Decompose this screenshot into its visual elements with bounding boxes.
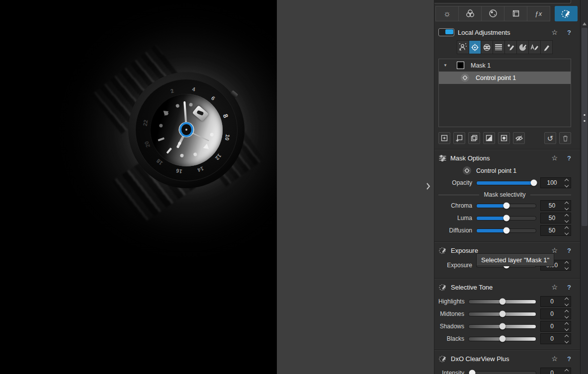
tab-color[interactable] bbox=[458, 6, 482, 21]
opacity-row: Opacity 100 bbox=[438, 177, 571, 189]
tool-control-line-button[interactable] bbox=[481, 40, 493, 54]
section-mask-options: Mask Options ☆ ? Control point 1 Opacity bbox=[434, 149, 580, 241]
slider-thumb[interactable] bbox=[499, 336, 505, 342]
tab-light[interactable]: ☼ bbox=[435, 6, 459, 21]
tool-control-point-button[interactable] bbox=[469, 40, 481, 54]
scroll-up-arrow-icon[interactable] bbox=[583, 22, 587, 25]
section-title: Mask Options bbox=[450, 154, 548, 162]
intensity-value[interactable]: 0 bbox=[540, 368, 571, 374]
favorite-star-icon[interactable]: ☆ bbox=[551, 154, 558, 162]
control-point-widget[interactable] bbox=[179, 123, 193, 137]
slider-thumb[interactable] bbox=[499, 311, 505, 317]
luma-value[interactable]: 50 bbox=[540, 213, 571, 224]
duplicate-mask-button[interactable] bbox=[468, 132, 480, 144]
mask-display-icon bbox=[500, 134, 508, 142]
mask-row-mask1[interactable]: ▼ Mask 1 bbox=[439, 59, 571, 72]
tab-detail[interactable] bbox=[481, 6, 504, 21]
value-stepper[interactable] bbox=[563, 370, 571, 374]
help-icon[interactable]: ? bbox=[567, 247, 571, 254]
slider-thumb[interactable] bbox=[499, 323, 505, 330]
slider-label: Highlights bbox=[438, 298, 464, 305]
midtones-value[interactable]: 0 bbox=[540, 308, 571, 319]
slider-thumb[interactable] bbox=[531, 180, 537, 186]
diffusion-slider[interactable] bbox=[476, 228, 536, 233]
intensity-slider[interactable] bbox=[468, 371, 536, 374]
value-stepper[interactable] bbox=[563, 298, 571, 305]
local-adjustments-toggle[interactable] bbox=[438, 28, 454, 36]
panel-scrollbar[interactable] bbox=[580, 0, 588, 374]
favorite-star-icon[interactable]: ☆ bbox=[551, 283, 558, 291]
detail-circle-icon bbox=[488, 8, 498, 18]
tool-graduated-filter-button[interactable] bbox=[493, 40, 505, 54]
fx-icon: ƒx bbox=[535, 10, 543, 17]
help-icon[interactable]: ? bbox=[567, 284, 571, 291]
mask-display-button[interactable] bbox=[498, 132, 510, 144]
value-stepper[interactable] bbox=[563, 262, 571, 269]
slider-thumb[interactable] bbox=[503, 203, 509, 209]
midtones-slider[interactable] bbox=[468, 312, 536, 316]
chroma-slider[interactable] bbox=[476, 204, 536, 208]
opacity-value[interactable]: 100 bbox=[540, 177, 571, 188]
diffusion-value[interactable]: 50 bbox=[540, 225, 571, 236]
mask-row-control-point-1[interactable]: Control point 1 bbox=[439, 72, 571, 84]
value-stepper[interactable] bbox=[563, 335, 571, 343]
tool-auto-mask-button[interactable] bbox=[457, 40, 469, 54]
tab-effects[interactable]: ƒx bbox=[527, 6, 550, 21]
highlights-value[interactable]: 0 bbox=[540, 296, 571, 307]
new-mask-button[interactable] bbox=[438, 132, 450, 144]
diffusion-row: Diffusion 50 bbox=[438, 224, 571, 236]
chroma-value[interactable]: 50 bbox=[540, 200, 571, 211]
invert-mask-button[interactable] bbox=[483, 132, 495, 144]
expander-icon[interactable]: ▼ bbox=[443, 63, 449, 68]
opacity-slider[interactable] bbox=[476, 181, 536, 185]
luma-slider[interactable] bbox=[476, 216, 536, 221]
tool-brush-button[interactable] bbox=[540, 40, 553, 54]
value-stepper[interactable] bbox=[563, 202, 571, 210]
scrollbar-thumb[interactable] bbox=[582, 28, 588, 226]
value-stepper[interactable] bbox=[563, 310, 571, 318]
value-stepper[interactable] bbox=[563, 215, 571, 222]
intensity-row: Intensity 0 bbox=[438, 367, 571, 374]
highlights-slider[interactable] bbox=[468, 299, 536, 304]
tab-geometry[interactable] bbox=[504, 6, 527, 21]
help-icon[interactable]: ? bbox=[567, 154, 571, 162]
section-selective-tone: Selective Tone ☆ ? Highlights 0 Midtones… bbox=[434, 278, 580, 350]
midtones-row: Midtones 0 bbox=[438, 308, 571, 320]
value-stepper[interactable] bbox=[563, 179, 571, 187]
slider-thumb[interactable] bbox=[469, 370, 475, 374]
blacks-slider[interactable] bbox=[468, 337, 536, 341]
slider-thumb[interactable] bbox=[503, 227, 509, 234]
value-stepper[interactable] bbox=[563, 227, 571, 234]
help-icon[interactable]: ? bbox=[567, 355, 571, 363]
shadows-value[interactable]: 0 bbox=[540, 321, 571, 332]
image-canvas[interactable]: 2 4 6 8 10 12 14 16 18 20 22 bbox=[0, 0, 277, 374]
favorite-star-icon[interactable]: ☆ bbox=[551, 355, 558, 363]
panel-collapse-handle[interactable] bbox=[424, 180, 432, 193]
reset-mask-button[interactable]: ↺ bbox=[544, 132, 556, 144]
add-to-mask-button[interactable] bbox=[453, 132, 465, 144]
mask-thumbnail[interactable] bbox=[457, 62, 464, 69]
shadows-slider[interactable] bbox=[468, 324, 536, 329]
local-adjustment-badge-icon bbox=[438, 246, 447, 255]
help-icon[interactable]: ? bbox=[567, 29, 571, 36]
scrollbar-grip-dot bbox=[584, 114, 586, 116]
slider-label: Chroma bbox=[438, 202, 472, 209]
section-clearview: DxO ClearView Plus ☆ ? Intensity 0 bbox=[434, 350, 580, 374]
slider-thumb[interactable] bbox=[499, 299, 505, 305]
slider-label: Shadows bbox=[438, 323, 464, 330]
blacks-value[interactable]: 0 bbox=[540, 333, 571, 344]
mask-tool-row bbox=[438, 40, 571, 54]
value-stepper[interactable] bbox=[563, 323, 571, 330]
trash-icon bbox=[562, 135, 569, 142]
slider-thumb[interactable] bbox=[503, 215, 509, 222]
favorite-star-icon[interactable]: ☆ bbox=[551, 28, 558, 36]
histogram-bottom-edge bbox=[434, 0, 571, 3]
selected-mask-label: Control point 1 bbox=[476, 167, 516, 174]
tab-local-adjustments[interactable] bbox=[555, 6, 578, 21]
delete-mask-button[interactable] bbox=[559, 132, 571, 144]
tool-eraser-button[interactable] bbox=[516, 40, 529, 54]
tool-text-brush-button[interactable] bbox=[528, 40, 541, 54]
hide-masks-button[interactable] bbox=[513, 132, 525, 144]
tool-auto-mask-brush-button[interactable] bbox=[504, 40, 517, 54]
mask-selectivity-divider: Mask selectivity bbox=[438, 190, 571, 199]
